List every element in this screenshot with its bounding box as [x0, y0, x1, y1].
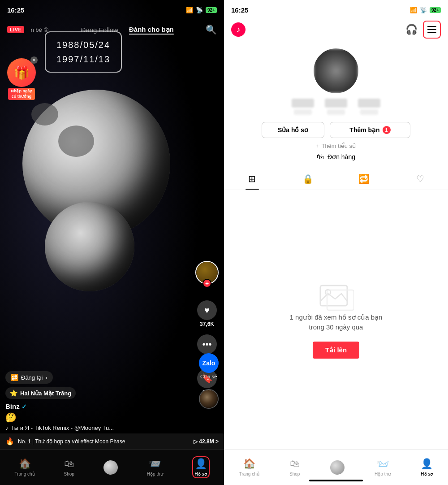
stat-followers-count	[325, 99, 347, 108]
nav-shop-right[interactable]: 🛍 Shop	[289, 458, 300, 476]
zalo-label: Chia sẻ	[200, 374, 217, 380]
stat-likes	[358, 99, 380, 115]
nav-inbox-left[interactable]: 📨 Hộp thư	[147, 458, 163, 476]
repost-icon: 🔁	[11, 374, 18, 381]
upload-button[interactable]: Tải lên	[313, 342, 359, 359]
add-friend-button[interactable]: Thêm bạn 1	[330, 122, 410, 138]
nav-home-right[interactable]: 🏠 Trang chủ	[239, 458, 259, 476]
emoji-row: 🤔	[5, 412, 193, 423]
hot-banner[interactable]: 🔥 No. 1 | Thử độ hợp cạ với effect Moon …	[0, 433, 224, 449]
bio-text: Thêm tiểu sử	[321, 143, 356, 149]
tab-liked[interactable]: ♡	[392, 168, 448, 190]
comment-button[interactable]: •••	[197, 334, 217, 354]
status-bar-right: 16:25 📶 📡 92+	[224, 0, 448, 20]
like-group: ♥ 37,6K	[197, 300, 217, 327]
stat-followers-label	[327, 109, 345, 115]
stat-following-label	[294, 109, 312, 115]
moon-nav-icon	[103, 460, 118, 475]
nav-moon-left[interactable]	[103, 460, 118, 475]
empty-line-2: trong 30 ngày qua	[290, 322, 383, 333]
follow-plus-button[interactable]: +	[202, 279, 211, 288]
star-icon: ⭐	[10, 390, 17, 397]
bottom-nav-left: 🏠 Trang chủ 🛍 Shop 📨 Hộp thư 👤 Hồ sơ	[0, 449, 224, 485]
repost-text: Đăng lại	[21, 374, 43, 381]
home-indicator	[309, 480, 363, 481]
song-badge[interactable]: ⭐ Hai Nửa Mặt Trăng	[5, 387, 76, 399]
inbox-icon-right: 📨	[377, 458, 389, 470]
empty-state: 1 người đã xem hồ sơ của bạn trong 30 ng…	[224, 190, 448, 449]
zalo-icon: Zalo	[199, 353, 219, 373]
left-panel: 16:25 📶 📡 92+ LIVE n bè ① Đang Follow Đà…	[0, 0, 224, 485]
orders-text: Đơn hàng	[327, 153, 355, 160]
date-overlay: 1988/05/24 1997/11/13	[45, 31, 122, 73]
zalo-share[interactable]: Zalo Chia sẻ	[199, 353, 219, 380]
nav-home-left[interactable]: 🏠 Trang chủ	[14, 458, 34, 476]
orders-row[interactable]: 🛍 Đơn hàng	[317, 153, 355, 161]
gift-banner[interactable]: 🎁 ✕ Nhập ngày có thưởng	[7, 58, 36, 100]
moon-visual	[9, 90, 197, 359]
time-left: 16:25	[7, 6, 24, 14]
top-right-icons: 🎧	[405, 21, 441, 39]
profile-icon-right: 👤	[421, 458, 433, 470]
music-text: Ты и Я - TikTok Remix - @Mooney Tu...	[11, 424, 114, 431]
stat-following	[292, 99, 314, 115]
tab-videos[interactable]: ⊞	[224, 168, 280, 190]
search-button[interactable]: 🔍	[206, 24, 217, 35]
repost-button[interactable]: 🔁 Đăng lại ›	[5, 371, 53, 384]
content-tabs: ⊞ 🔒 🔁 ♡	[224, 168, 448, 190]
nav-inbox-label: Hộp thư	[147, 472, 163, 476]
fire-icon: 🔥	[5, 437, 14, 446]
stats-row	[231, 99, 441, 115]
nav-profile-left[interactable]: 👤 Hồ sơ	[192, 456, 210, 478]
bio-row[interactable]: + Thêm tiểu sử	[316, 143, 356, 149]
profile-avatar	[314, 48, 358, 93]
empty-line-1: 1 người đã xem hồ sơ của bạn	[290, 312, 383, 323]
nav-shop-left[interactable]: 🛍 Shop	[64, 458, 74, 476]
profile-section: Sửa hồ sơ Thêm bạn 1 + Thêm tiểu sử 🛍 Đơ…	[224, 39, 448, 168]
lock-icon: 🔒	[302, 173, 314, 184]
empty-message: 1 người đã xem hồ sơ của bạn trong 30 ng…	[290, 312, 383, 333]
gift-label: Nhập ngày có thưởng	[8, 88, 34, 100]
repost-arrow-icon: ›	[45, 374, 47, 381]
like-count: 37,6K	[200, 321, 214, 327]
stat-following-count	[292, 99, 314, 108]
battery-right: 92+	[430, 7, 441, 13]
shop-icon-right: 🛍	[290, 458, 300, 470]
signal-icon-right: 📶	[410, 7, 417, 13]
battery-left: 92+	[206, 7, 217, 13]
nav-shop-label: Shop	[64, 472, 74, 476]
creator-name: Binz ✓	[5, 403, 193, 410]
signal-icon: 📶	[186, 7, 193, 13]
nav-profile-right[interactable]: 👤 Hồ sơ	[421, 458, 433, 476]
nav-profile-label-right: Hồ sơ	[421, 472, 433, 476]
tab-for-you[interactable]: Đành cho bạn	[124, 26, 179, 34]
add-friend-label: Thêm bạn	[349, 126, 379, 134]
gift-close-icon[interactable]: ✕	[30, 56, 38, 64]
moon-nav-icon-right	[330, 460, 345, 475]
headphone-icon[interactable]: 🎧	[405, 24, 418, 35]
tab-reposts[interactable]: 🔁	[336, 168, 392, 190]
nav-inbox-right[interactable]: 📨 Hộp thư	[375, 458, 391, 476]
wifi-icon: 📡	[196, 7, 203, 13]
like-button[interactable]: ♥	[197, 300, 217, 320]
nav-home-label-right: Trang chủ	[239, 472, 259, 476]
time-right: 16:25	[231, 6, 248, 14]
hot-views: ▷ 42,8M >	[194, 438, 219, 445]
tab-private[interactable]: 🔒	[280, 168, 336, 190]
nav-moon-right[interactable]	[330, 460, 345, 475]
repost-tab-icon: 🔁	[358, 173, 370, 184]
stat-followers	[325, 99, 347, 115]
music-row: ♪ Ты и Я - TikTok Remix - @Mooney Tu...	[5, 424, 193, 431]
top-nav-right: ♪ 🎧	[224, 20, 448, 39]
wifi-icon-right: 📡	[420, 7, 427, 13]
inbox-icon: 📨	[149, 458, 161, 470]
album-art[interactable]	[199, 389, 219, 409]
live-badge[interactable]: LIVE	[7, 26, 24, 33]
edit-profile-button[interactable]: Sửa hồ sơ	[262, 122, 324, 138]
menu-button[interactable]	[423, 21, 441, 39]
moon-small	[45, 202, 134, 291]
home-icon-right: 🏠	[243, 458, 255, 470]
music-note-icon: ♪	[5, 424, 9, 431]
profile-icon-left: 👤	[195, 458, 207, 470]
stat-likes-label	[360, 109, 378, 115]
